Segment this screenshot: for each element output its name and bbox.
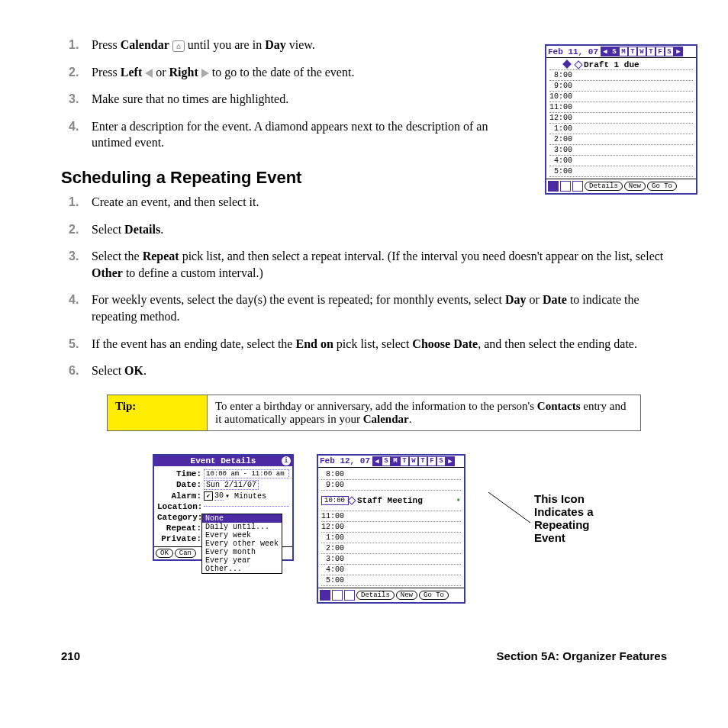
t: Contacts bbox=[537, 400, 581, 412]
t: Create an event, and then select it. bbox=[92, 195, 259, 208]
info-icon[interactable]: i bbox=[282, 456, 291, 465]
time-row[interactable]: 12:00 bbox=[549, 113, 693, 124]
time-row[interactable]: 1:00 bbox=[549, 124, 693, 134]
t: 8:00 bbox=[549, 71, 575, 79]
diamond-outline-icon bbox=[574, 60, 582, 69]
diamond-icon bbox=[347, 496, 356, 504]
dialog-title: Event Details i bbox=[154, 456, 292, 466]
opt-biweek[interactable]: Every other week bbox=[202, 540, 282, 548]
palm-footer-2: Details New Go To bbox=[318, 588, 464, 602]
alarm-val[interactable]: 30 bbox=[214, 491, 224, 501]
steps-list-2: 1.Create an event, and then select it. 2… bbox=[61, 194, 667, 379]
l2-s5: 5. If the event has an ending date, sele… bbox=[92, 336, 667, 353]
day-f[interactable]: F bbox=[656, 47, 665, 56]
t: Other bbox=[92, 266, 123, 279]
d[interactable]: M bbox=[391, 456, 400, 466]
time-row[interactable]: 9:00 bbox=[549, 81, 693, 92]
t: to define a custom interval.) bbox=[123, 266, 263, 279]
time-row[interactable]: 3:00 bbox=[549, 145, 693, 156]
opt-week[interactable]: Every week bbox=[202, 531, 282, 540]
view-day-icon[interactable] bbox=[548, 181, 559, 192]
view-week-icon[interactable] bbox=[332, 590, 343, 601]
tip-text: To enter a birthday or anniversary, add … bbox=[208, 395, 641, 430]
time-row[interactable]: 10:00 bbox=[549, 92, 693, 102]
ok-button[interactable]: OK bbox=[156, 549, 173, 558]
event-name: Staff Meeting bbox=[357, 496, 423, 505]
d[interactable]: T bbox=[400, 456, 409, 466]
time-row[interactable]: 4:00 bbox=[549, 156, 693, 166]
opt-year[interactable]: Every year bbox=[202, 556, 282, 565]
time-row[interactable]: 8:00 bbox=[549, 70, 693, 81]
prev-week-icon[interactable]: ◀ bbox=[372, 456, 382, 466]
time-row[interactable]: 11:00 bbox=[321, 511, 461, 522]
day-m[interactable]: M bbox=[619, 47, 628, 56]
cancel-button[interactable]: Can bbox=[175, 549, 196, 558]
time-row[interactable]: 8:00 bbox=[321, 469, 461, 480]
d[interactable]: S bbox=[436, 456, 446, 466]
t: Day bbox=[505, 293, 527, 306]
next-week-icon[interactable]: ▶ bbox=[446, 456, 455, 466]
alarm-unit[interactable]: Minutes bbox=[234, 492, 266, 501]
l2-s2: 2. Select Details. bbox=[92, 221, 667, 238]
d[interactable]: W bbox=[409, 456, 418, 466]
view-month-icon[interactable] bbox=[572, 181, 583, 192]
view-day-icon[interactable] bbox=[320, 590, 330, 601]
time-row[interactable]: 4:00 bbox=[321, 565, 461, 575]
event-row[interactable]: 10:00 Staff Meeting ➧ bbox=[321, 491, 461, 511]
tip-box: Tip: To enter a birthday or anniversary,… bbox=[107, 395, 641, 431]
location-row: Location: bbox=[157, 502, 289, 511]
t: 5:00 bbox=[549, 167, 575, 176]
goto-button[interactable]: Go To bbox=[647, 182, 677, 191]
time-row[interactable]: 5:00 bbox=[549, 166, 693, 177]
day-w[interactable]: W bbox=[637, 47, 646, 56]
t: 11:00 bbox=[549, 103, 575, 111]
untimed-row[interactable]: Draft 1 due bbox=[549, 60, 693, 70]
prev-week-icon[interactable]: ◀ bbox=[601, 47, 610, 56]
day-t2[interactable]: T bbox=[646, 47, 656, 56]
date-value[interactable]: Sun 2/11/07 bbox=[204, 480, 259, 490]
new-button[interactable]: New bbox=[396, 591, 417, 600]
palm-body-2: 8:00 9:00 10:00 Staff Meeting ➧ 11:00 12… bbox=[318, 468, 464, 588]
time-row[interactable]: 12:00 bbox=[321, 522, 461, 533]
t: Press bbox=[92, 38, 121, 51]
view-week-icon[interactable] bbox=[560, 181, 571, 192]
alarm-checkbox[interactable]: ✔ bbox=[204, 491, 213, 501]
repeat-dropdown[interactable]: None Daily until... Every week Every oth… bbox=[201, 514, 282, 574]
opt-none[interactable]: None bbox=[202, 514, 282, 523]
view-month-icon[interactable] bbox=[344, 590, 355, 601]
time-row[interactable]: 3:00 bbox=[321, 554, 461, 565]
goto-button[interactable]: Go To bbox=[419, 591, 449, 600]
d[interactable]: T bbox=[418, 456, 427, 466]
opt-other[interactable]: Other... bbox=[202, 565, 282, 573]
time-row[interactable]: 2:00 bbox=[321, 543, 461, 554]
l2-s4: 4. For weekly events, select the day(s) … bbox=[92, 292, 667, 324]
svg-line-0 bbox=[488, 492, 530, 523]
d[interactable]: S bbox=[382, 456, 391, 466]
details-button[interactable]: Details bbox=[356, 591, 395, 600]
next-week-icon[interactable]: ▶ bbox=[674, 47, 683, 56]
time-value[interactable]: 10:00 am - 11:00 am bbox=[204, 469, 289, 478]
time-row[interactable]: 9:00 bbox=[321, 480, 461, 491]
t: Calendar bbox=[121, 38, 169, 51]
time-row[interactable]: 11:00 bbox=[549, 102, 693, 113]
location-field[interactable] bbox=[204, 506, 289, 507]
details-button[interactable]: Details bbox=[585, 182, 623, 191]
d[interactable]: F bbox=[427, 456, 436, 466]
t: Event Details bbox=[191, 456, 256, 465]
t: . bbox=[160, 223, 163, 236]
palm-footer: Details New Go To bbox=[546, 179, 696, 193]
t: Select bbox=[92, 364, 124, 377]
t: 3:00 bbox=[549, 146, 575, 154]
new-button[interactable]: New bbox=[624, 182, 646, 191]
time-row[interactable]: 1:00 bbox=[321, 533, 461, 543]
palm-header-2: Feb 12, 07 ◀ S M T W T F S ▶ bbox=[318, 456, 464, 468]
day-t[interactable]: T bbox=[628, 47, 637, 56]
time-row[interactable]: 5:00 bbox=[321, 575, 461, 586]
t: 5:00 bbox=[321, 576, 347, 585]
opt-month[interactable]: Every month bbox=[202, 548, 282, 556]
t: view. bbox=[286, 38, 315, 51]
opt-daily[interactable]: Daily until... bbox=[202, 523, 282, 531]
time-row[interactable]: 2:00 bbox=[549, 134, 693, 145]
day-s[interactable]: S bbox=[610, 47, 619, 56]
day-s2[interactable]: S bbox=[665, 47, 674, 56]
